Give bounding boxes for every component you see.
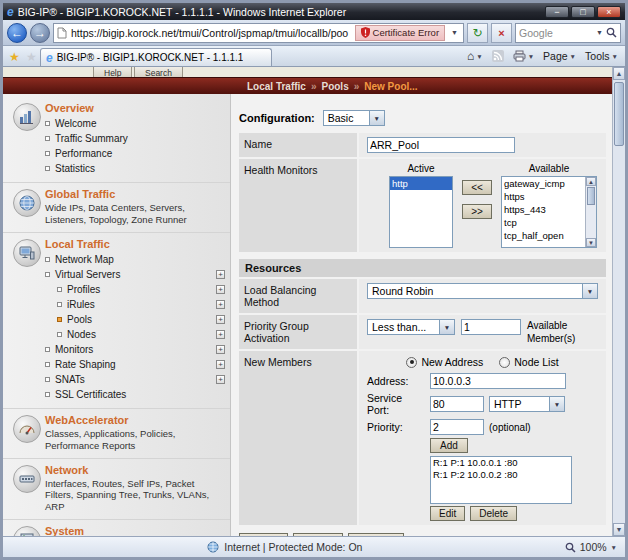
scroll-thumb[interactable] — [614, 82, 624, 146]
name-input[interactable] — [367, 137, 515, 153]
members-listbox[interactable]: R:1 P:1 10.0.0.1 :80 R:1 P:2 10.0.0.2 :8… — [430, 456, 572, 504]
maximize-button[interactable]: □ — [571, 6, 595, 18]
expand-plus-icon[interactable]: + — [216, 270, 225, 279]
search-magnifier-icon[interactable] — [606, 27, 617, 38]
internet-globe-icon — [207, 541, 219, 553]
sidebar-item-ssl-certificates[interactable]: SSL Certificates — [45, 387, 225, 402]
favorites-star-icon[interactable]: ★ — [6, 48, 23, 66]
available-monitor-item[interactable]: tcp — [502, 216, 585, 229]
breadcrumb-local-traffic[interactable]: Local Traffic — [247, 81, 306, 92]
search-provider-chevron-icon[interactable]: ▼ — [596, 29, 603, 36]
sidebar-item-virtual-servers[interactable]: Virtual Servers+ — [45, 267, 225, 282]
radio-checked-icon[interactable] — [406, 357, 417, 368]
browser-tab[interactable]: e BIG-IP® - BIGIP1.KOROCK.NET - 1.1.1.1 — [40, 48, 272, 66]
sidebar-item-nodes[interactable]: Nodes+ — [45, 327, 225, 342]
available-monitor-item[interactable]: https — [502, 190, 585, 203]
expand-plus-icon[interactable]: + — [216, 285, 225, 294]
member-item[interactable]: R:1 P:1 10.0.0.1 :80 — [431, 457, 571, 469]
scroll-thumb[interactable] — [587, 187, 595, 205]
sidebar-item-snats[interactable]: SNATs+ — [45, 372, 225, 387]
sidebar-section-network[interactable]: Network Interfaces, Routes, Self IPs, Pa… — [3, 459, 230, 521]
search-box[interactable]: Google ▼ — [515, 23, 621, 43]
expand-plus-icon[interactable]: + — [216, 360, 225, 369]
expand-plus-icon[interactable]: + — [216, 315, 225, 324]
security-zone-text: Internet | Protected Mode: On — [224, 541, 362, 553]
forward-button[interactable]: → — [30, 23, 50, 43]
sidebar-section-system[interactable]: System Licensing, Platform, High Availab… — [3, 520, 230, 536]
available-list-scrollbar[interactable]: ▲ ▼ — [585, 177, 596, 247]
tab-help[interactable]: Help — [93, 67, 132, 77]
feeds-button[interactable] — [488, 46, 508, 66]
available-monitor-item[interactable]: https_443 — [502, 203, 585, 216]
active-monitors-listbox[interactable]: http — [389, 176, 453, 248]
page-menu-button[interactable]: Page ▼ — [539, 46, 580, 66]
sidebar-section-global-traffic[interactable]: Global Traffic Wide IPs, Data Centers, S… — [3, 183, 230, 233]
available-monitors-listbox[interactable]: gateway_icmp https https_443 tcp tcp_hal… — [501, 176, 597, 248]
url-history-chevron-icon[interactable]: ▼ — [449, 29, 460, 36]
scroll-up-icon[interactable]: ▲ — [613, 67, 625, 80]
priority-input[interactable] — [430, 419, 484, 435]
add-favorite-icon[interactable]: ★ — [23, 48, 40, 66]
breadcrumb-pools[interactable]: Pools — [321, 81, 348, 92]
tools-menu-button[interactable]: Tools ▼ — [581, 46, 622, 66]
service-port-input[interactable] — [430, 396, 484, 412]
move-to-active-button[interactable]: << — [462, 180, 492, 195]
sidebar-item-monitors[interactable]: Monitors+ — [45, 342, 225, 357]
configuration-table: Name Health Monitors Active htt — [239, 133, 606, 252]
active-monitor-item[interactable]: http — [390, 177, 452, 190]
priority-group-count-input[interactable] — [461, 319, 521, 335]
bullet-icon — [45, 136, 50, 141]
url-field[interactable]: https://bigip.korock.net/tmui/Control/js… — [53, 23, 464, 43]
radio-unchecked-icon[interactable] — [499, 357, 510, 368]
service-select[interactable]: HTTP ▼ — [489, 396, 565, 412]
sidebar-item-performance[interactable]: Performance — [45, 146, 225, 161]
sidebar-section-webaccelerator[interactable]: WebAccelerator Classes, Applications, Po… — [3, 409, 230, 459]
sidebar-item-traffic-summary[interactable]: Traffic Summary — [45, 131, 225, 146]
expand-plus-icon[interactable]: + — [216, 330, 225, 339]
scroll-down-icon[interactable]: ▼ — [613, 523, 625, 536]
shield-icon — [361, 27, 370, 38]
resources-table: Load Balancing Method Round Robin ▼ Prio… — [239, 279, 606, 525]
breadcrumb: Local Traffic » Pools » New Pool... — [3, 77, 612, 94]
delete-member-button[interactable]: Delete — [470, 506, 517, 521]
vertical-scrollbar[interactable]: ▲ ▼ — [612, 67, 625, 536]
priority-hint: (optional) — [489, 422, 531, 433]
sidebar-item-irules[interactable]: iRules+ — [45, 297, 225, 312]
name-label: Name — [239, 133, 357, 157]
certificate-error-badge[interactable]: Certificate Error — [355, 25, 446, 41]
zoom-chevron-icon[interactable]: ▼ — [611, 544, 617, 551]
status-bar: Internet | Protected Mode: On 100% ▼ — [3, 536, 625, 557]
edit-member-button[interactable]: Edit — [430, 506, 465, 521]
scroll-down-icon[interactable]: ▼ — [586, 238, 596, 247]
sidebar-item-profiles[interactable]: Profiles+ — [45, 282, 225, 297]
sidebar-item-welcome[interactable]: Welcome — [45, 116, 225, 131]
lb-method-select[interactable]: Round Robin ▼ — [367, 283, 598, 299]
sidebar-item-rate-shaping[interactable]: Rate Shaping+ — [45, 357, 225, 372]
available-monitor-item[interactable]: gateway_icmp — [502, 177, 585, 190]
move-to-available-button[interactable]: >> — [462, 204, 492, 219]
new-address-radio[interactable]: New Address — [406, 356, 483, 368]
member-item[interactable]: R:1 P:2 10.0.0.2 :80 — [431, 469, 571, 481]
stop-button[interactable]: × — [491, 23, 512, 43]
configuration-select[interactable]: Basic ▼ — [323, 110, 385, 126]
tab-search[interactable]: Search — [134, 67, 183, 77]
expand-plus-icon[interactable]: + — [216, 300, 225, 309]
zoom-control[interactable]: 100% ▼ — [565, 541, 617, 553]
expand-plus-icon[interactable]: + — [216, 345, 225, 354]
node-list-radio[interactable]: Node List — [499, 356, 558, 368]
back-button[interactable]: ← — [7, 23, 27, 43]
refresh-button[interactable]: ↻ — [467, 23, 488, 43]
sidebar-item-network-map[interactable]: Network Map — [45, 252, 225, 267]
address-input[interactable] — [430, 373, 566, 389]
sidebar-item-pools[interactable]: Pools+ — [45, 312, 225, 327]
sidebar-item-statistics[interactable]: Statistics — [45, 161, 225, 176]
expand-plus-icon[interactable]: + — [216, 375, 225, 384]
add-member-button[interactable]: Add — [430, 438, 468, 453]
available-monitor-item[interactable]: tcp_half_open — [502, 229, 585, 242]
scroll-up-icon[interactable]: ▲ — [586, 177, 596, 186]
minimize-button[interactable]: − — [545, 6, 569, 18]
close-button[interactable]: × — [597, 6, 621, 18]
home-button[interactable]: ⌂ ▼ — [463, 46, 487, 66]
priority-group-select[interactable]: Less than... ▼ — [367, 319, 455, 335]
print-button[interactable]: ▼ — [509, 46, 538, 66]
